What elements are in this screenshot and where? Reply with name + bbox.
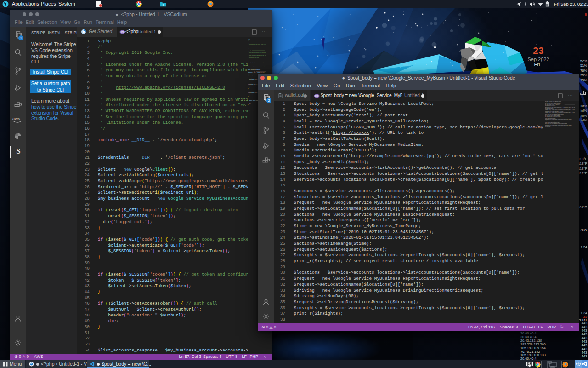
svg-text:php: php	[315, 95, 319, 97]
svg-text:php: php	[121, 31, 124, 33]
svg-text:i: i	[163, 4, 164, 6]
